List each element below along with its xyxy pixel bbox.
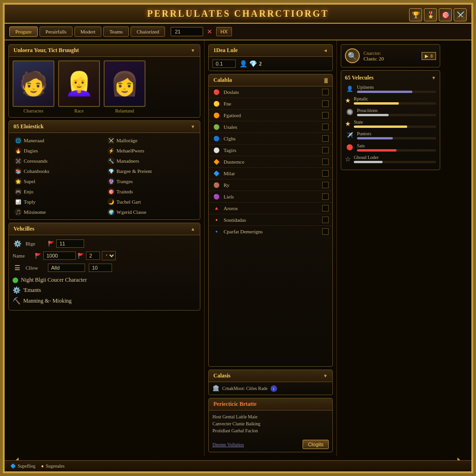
capability-item[interactable]: 🟡 Fne bbox=[209, 98, 332, 110]
tab-perairfalls[interactable]: Perairfalls bbox=[40, 26, 73, 37]
cap-checkbox[interactable] bbox=[322, 182, 329, 188]
tab-teams[interactable]: Teams bbox=[103, 26, 129, 37]
skill-icon: 🎮 bbox=[14, 188, 22, 195]
capability-item[interactable]: 🔵 Clghs bbox=[209, 133, 332, 145]
skill-name: Maneraad bbox=[24, 138, 44, 143]
vehicle-icon-1: ⚙️ bbox=[13, 239, 22, 248]
vehicle-input-1[interactable] bbox=[56, 239, 84, 248]
skill-item[interactable]: ⚡ MehaelPwers bbox=[106, 146, 197, 155]
title-icon-4[interactable]: ⚔️ bbox=[454, 8, 467, 21]
cap-checkbox[interactable] bbox=[322, 217, 329, 223]
skill-item[interactable]: ✖️ Coresoands bbox=[13, 156, 104, 165]
nav-tabs: Progure Perairfalls Modert Teams Chaiori… bbox=[5, 24, 471, 40]
capability-item[interactable]: 🔶 Dusternce bbox=[209, 156, 332, 168]
portrait-background[interactable]: 👩 Relantand bbox=[104, 60, 145, 113]
skill-item[interactable]: ⚔️ Malloräge bbox=[106, 136, 197, 145]
title-bar: PERRLULATES CHARRCTIORGT 🏆 🎖️ 🎯 ⚔️ bbox=[5, 5, 471, 24]
cap-checkbox[interactable] bbox=[322, 100, 329, 107]
cap-checkbox[interactable] bbox=[322, 228, 329, 235]
vehicle-item-2[interactable]: ⚙️ 'Emants bbox=[13, 285, 196, 296]
stats-dropdown[interactable]: ▼ bbox=[431, 75, 436, 80]
ideal-input[interactable] bbox=[212, 60, 236, 68]
skill-item[interactable]: 🔧 Manadners bbox=[106, 156, 197, 165]
portrait-race[interactable]: 👱‍♀️ Race bbox=[58, 60, 100, 113]
skill-item[interactable]: 🔮 Tranges bbox=[106, 177, 197, 186]
cap-checkbox[interactable] bbox=[322, 124, 329, 130]
capability-item[interactable]: 🔸 Soutidadas bbox=[209, 214, 332, 226]
capability-item[interactable]: 🔷 Milar bbox=[209, 168, 332, 179]
title-icon-1[interactable]: 🏆 bbox=[409, 8, 422, 21]
skill-item[interactable]: 📊 Toply bbox=[13, 197, 104, 206]
skill-item[interactable]: 🌍 Wgerid Classe bbox=[106, 207, 197, 217]
vehicle-input-2[interactable] bbox=[43, 251, 76, 260]
vehicle-item-1[interactable]: Night Blgii Coucer Character bbox=[13, 275, 196, 285]
perks-section: Periecticic Brtatte Host Gental Laitle M… bbox=[208, 398, 333, 452]
cap-checkbox[interactable] bbox=[322, 170, 329, 177]
stat-fill bbox=[357, 91, 412, 93]
skill-item[interactable]: 🔥 Dagies bbox=[13, 146, 104, 155]
vehicle-label-2: Name bbox=[13, 253, 31, 258]
vehicle-item-3[interactable]: ⛏️ Manning &- Mioking bbox=[13, 296, 196, 306]
info-button[interactable]: i bbox=[271, 385, 277, 392]
perks-close-button[interactable]: Clogits bbox=[303, 440, 329, 449]
perks-link[interactable]: Dnome Vollutios bbox=[212, 442, 244, 447]
vehicle-select-1[interactable]: ▼ bbox=[102, 251, 116, 260]
cap-name: Ry bbox=[224, 182, 319, 188]
vehicle-icon-flag: 🚩 bbox=[48, 241, 54, 247]
bottom-item-1[interactable]: 🔷 Supeflieg bbox=[10, 463, 35, 469]
skill-icon: 📚 bbox=[14, 167, 22, 175]
skill-item[interactable]: 🎵 Miisinome bbox=[13, 207, 104, 217]
classes-header: Calasis ▼ bbox=[209, 370, 332, 382]
portraits-header: Unloera Your, Tict Bruught ▼ bbox=[9, 45, 200, 57]
skill-item[interactable]: 🌟 Supel bbox=[13, 177, 104, 186]
skill-item[interactable]: 🌙 Tuchel Gart bbox=[106, 197, 197, 206]
cap-checkbox[interactable] bbox=[322, 135, 329, 142]
stat-bar bbox=[357, 114, 436, 116]
vehicle-input-5[interactable] bbox=[89, 264, 112, 272]
search-input[interactable] bbox=[171, 27, 203, 36]
tab-chaiorized[interactable]: Chaiorized bbox=[131, 26, 165, 37]
vehicle-row-2: Name 🚩 🚩 ▼ bbox=[13, 251, 196, 260]
title-icon-3[interactable]: 🎯 bbox=[439, 8, 452, 21]
cap-name: Cparfat Demerigns bbox=[224, 229, 319, 234]
perks-title: Periecticic Brtatte bbox=[213, 401, 257, 407]
nav-search-area: ✕ HX bbox=[171, 27, 231, 36]
vehicle-input-3[interactable] bbox=[86, 251, 100, 260]
capability-item[interactable]: 🔹 Cparfat Demerigns bbox=[209, 226, 332, 235]
capability-item[interactable]: 🟣 Liels bbox=[209, 191, 332, 203]
capability-item[interactable]: ⚪ Tagirs bbox=[209, 145, 332, 156]
stat-info: Upiinens bbox=[357, 85, 436, 93]
cap-checkbox[interactable] bbox=[322, 159, 329, 165]
search-button[interactable]: HX bbox=[216, 27, 231, 36]
tab-modert[interactable]: Modert bbox=[74, 26, 101, 37]
capability-item[interactable]: 🟤 Ry bbox=[209, 179, 332, 191]
vehicle-label-3: Cllow bbox=[26, 265, 44, 271]
search-clear[interactable]: ✕ bbox=[205, 28, 214, 36]
skill-item[interactable]: 💎 Bargee & Preient bbox=[106, 166, 197, 176]
skill-item[interactable]: 📚 Cohanbooks bbox=[13, 166, 104, 176]
skill-name: Coresoands bbox=[24, 158, 47, 164]
cap-checkbox[interactable] bbox=[322, 193, 329, 200]
capability-item[interactable]: 🟠 Fgatiord bbox=[209, 110, 332, 121]
skill-item[interactable]: 🎮 Enjo bbox=[13, 187, 104, 196]
main-content: Unloera Your, Tict Bruught ▼ 🧑 Charracte… bbox=[5, 40, 471, 456]
skill-item[interactable]: 🌐 Maneraad bbox=[13, 136, 104, 145]
bottom-item-2[interactable]: ● Sugenales bbox=[41, 463, 65, 469]
capability-item[interactable]: 🔴 Doslats bbox=[209, 86, 332, 98]
capability-item[interactable]: 🟢 Usales bbox=[209, 121, 332, 133]
cap-checkbox[interactable] bbox=[322, 147, 329, 153]
portrait-img-char: 🧑 bbox=[13, 60, 54, 107]
portrait-img-race: 👱‍♀️ bbox=[58, 60, 100, 107]
skill-icon: 🎵 bbox=[14, 208, 22, 216]
title-icon-2[interactable]: 🎖️ bbox=[424, 8, 437, 21]
vehicle-input-4[interactable] bbox=[48, 264, 85, 272]
skill-item[interactable]: 🎯 Traiteds bbox=[106, 187, 197, 196]
capability-item[interactable]: 🔺 Aroros bbox=[209, 203, 332, 214]
cap-checkbox[interactable] bbox=[322, 205, 329, 212]
tab-progure[interactable]: Progure bbox=[9, 26, 38, 37]
cap-checkbox[interactable] bbox=[322, 89, 329, 95]
perk-item-1: Host Gental Laitle Maie bbox=[212, 413, 329, 420]
cap-checkbox[interactable] bbox=[322, 112, 329, 119]
portrait-character[interactable]: 🧑 Charractes bbox=[13, 60, 54, 113]
cap-icon: 🟣 bbox=[212, 192, 221, 201]
